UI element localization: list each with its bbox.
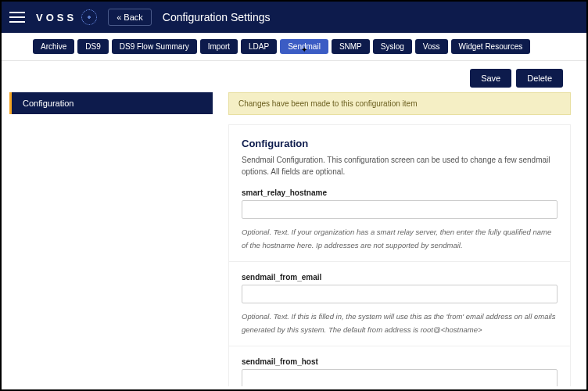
save-button[interactable]: Save	[470, 69, 511, 88]
field-smart_relay_hostname: smart_relay_hostname	[242, 188, 558, 219]
tab-voss[interactable]: Voss	[415, 39, 448, 54]
main-area: Configuration Changes have been made to …	[2, 92, 586, 386]
tab-archive[interactable]: Archive	[33, 39, 74, 54]
tab-bar: ArchiveDS9DS9 Flow SummaryImportLDAPSend…	[2, 33, 586, 61]
tab-ds9-flow-summary[interactable]: DS9 Flow Summary	[112, 39, 197, 54]
side-card-configuration[interactable]: Configuration	[9, 92, 213, 114]
config-panel: Configuration Sendmail Configuration. Th…	[228, 124, 571, 386]
action-row: Save Delete	[2, 61, 586, 92]
separator	[229, 261, 570, 262]
field-help: Optional. Text. If your organization has…	[242, 225, 558, 252]
input-smart_relay_hostname[interactable]	[242, 200, 558, 219]
tab-snmp[interactable]: SNMP	[332, 39, 370, 54]
top-bar: VOSS « Back Configuration Settings	[2, 2, 586, 33]
tab-ds9[interactable]: DS9	[77, 39, 108, 54]
input-sendmail_from_email[interactable]	[242, 285, 558, 303]
tab-syslog[interactable]: Syslog	[373, 39, 412, 54]
tab-widget-resources[interactable]: Widget Resources	[451, 39, 531, 54]
separator	[229, 346, 570, 346]
notice-banner: Changes have been made to this configura…	[228, 92, 571, 115]
tab-import[interactable]: Import	[200, 39, 238, 54]
tab-sendmail[interactable]: Sendmail✦	[280, 39, 328, 54]
panel-description: Sendmail Configuration. This configurati…	[242, 154, 558, 178]
delete-button[interactable]: Delete	[516, 69, 563, 88]
input-sendmail_from_host[interactable]	[242, 369, 558, 386]
brand-logo-icon	[81, 9, 97, 25]
back-button[interactable]: « Back	[108, 9, 152, 26]
field-label: sendmail_from_host	[242, 357, 558, 366]
cursor-icon: ✦	[301, 45, 307, 54]
content-column: Changes have been made to this configura…	[228, 92, 579, 386]
tab-ldap[interactable]: LDAP	[241, 39, 277, 54]
brand: VOSS	[36, 9, 97, 25]
field-label: smart_relay_hostname	[242, 188, 558, 197]
menu-icon[interactable]	[9, 12, 25, 23]
brand-text: VOSS	[36, 12, 77, 23]
page-title: Configuration Settings	[163, 11, 271, 23]
field-sendmail_from_host: sendmail_from_host	[242, 357, 558, 386]
field-sendmail_from_email: sendmail_from_email	[242, 273, 558, 303]
field-label: sendmail_from_email	[242, 273, 558, 282]
side-card-label: Configuration	[23, 99, 74, 108]
field-help: Optional. Text. If this is filled in, th…	[242, 310, 558, 336]
panel-heading: Configuration	[242, 138, 558, 149]
